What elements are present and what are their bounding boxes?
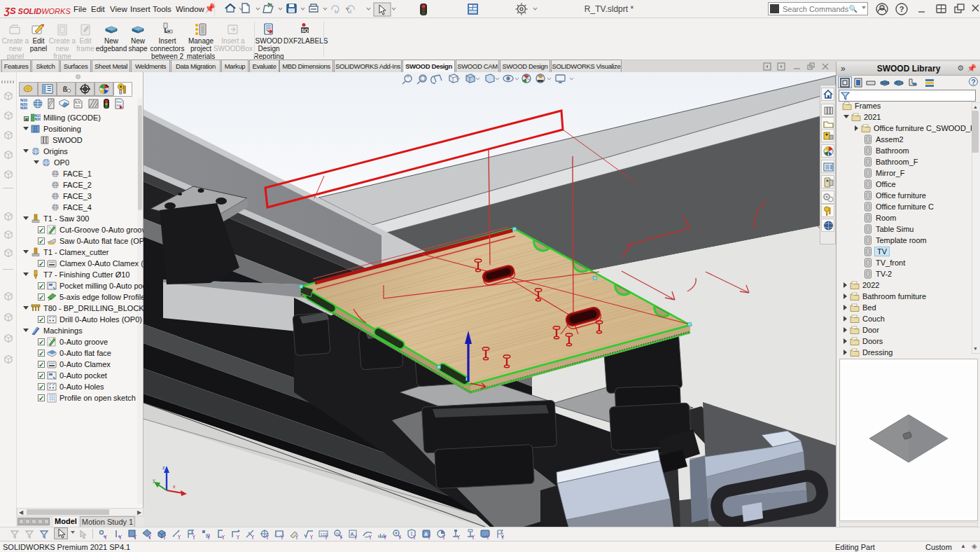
svg-text:x: x [173, 484, 176, 489]
svg-text:SQ: SQ [301, 28, 309, 34]
svg-text:?: ? [899, 5, 904, 13]
svg-text:N30: N30 [35, 117, 41, 121]
svg-text:N.N: N.N [75, 101, 80, 104]
svg-text:ß: ß [63, 85, 68, 93]
svg-text:y: y [153, 478, 155, 483]
svg-text:z: z [162, 465, 165, 470]
svg-text:N30: N30 [20, 106, 27, 110]
